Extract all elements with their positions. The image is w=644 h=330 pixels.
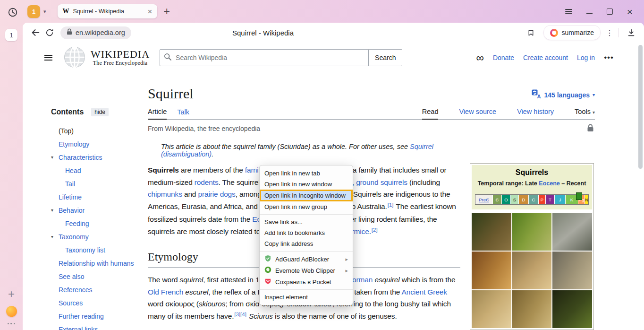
toc-item-taxonomy[interactable]: ▾Taxonomy <box>59 230 148 243</box>
geologic-timescale: PreЄ Є O S D C P T J K Pg <box>475 194 589 205</box>
submenu-arrow-icon: ▸ <box>345 268 348 274</box>
back-icon[interactable] <box>28 26 42 40</box>
browser-window: en.wikipedia.org Squirrel - Wikipedia su… <box>23 23 644 330</box>
toolbar-separator <box>619 28 619 37</box>
downloads-icon[interactable] <box>624 26 638 40</box>
toolbar-more-icon[interactable]: ⋮ <box>606 28 613 37</box>
menu-item-save-to-pocket[interactable]: Сохранить в Pocket <box>260 276 353 287</box>
toc-item-references[interactable]: References <box>59 283 148 296</box>
rail-tab-count[interactable]: 1 <box>5 29 17 41</box>
toc-item-taxonomy-list[interactable]: Taxonomy list <box>59 243 148 257</box>
toc-item-external-links[interactable]: External links <box>59 323 148 330</box>
bookmark-flag-icon[interactable] <box>524 26 538 40</box>
squirrel-photo-grid <box>472 213 592 328</box>
squirrel-photo[interactable] <box>472 290 511 328</box>
reload-icon[interactable] <box>42 26 57 40</box>
tab-article[interactable]: Article <box>148 108 167 120</box>
tab-close-icon[interactable]: × <box>147 8 153 16</box>
address-toolbar: en.wikipedia.org Squirrel - Wikipedia su… <box>23 23 644 43</box>
squirrel-photo[interactable] <box>552 252 592 289</box>
toc-item-etymology[interactable]: Etymology <box>59 138 148 151</box>
squirrel-photo[interactable] <box>552 290 592 328</box>
context-menu: Open link in new tab Open link in new wi… <box>259 165 353 305</box>
menu-item-open-link-new-window[interactable]: Open link in new window <box>260 179 353 190</box>
search-input[interactable] <box>175 53 364 62</box>
toc-item-tail[interactable]: Tail <box>59 177 148 191</box>
address-domain-pill[interactable]: en.wikipedia.org <box>60 26 131 39</box>
article-subtitle: From Wikipedia, the free encyclopedia <box>148 125 595 132</box>
toc-item-see-also[interactable]: See also <box>59 270 148 283</box>
menu-item-copy-link-address[interactable]: Copy link address <box>260 238 353 249</box>
timescale-segment: S <box>511 195 518 204</box>
menu-item-adguard[interactable]: AdGuard AdBlocker ▸ <box>260 253 353 265</box>
toc-item-behavior[interactable]: ▾Behavior <box>59 204 148 217</box>
gpt-summarize-icon <box>550 29 558 37</box>
wikipedia-header: WIKIPEDIA The Free Encyclopedia Search ∞… <box>23 43 644 73</box>
menu-item-save-link-as[interactable]: Save link as... <box>260 217 353 227</box>
toc-item-feeding[interactable]: Feeding <box>59 217 148 230</box>
create-account-link[interactable]: Create account <box>523 54 568 61</box>
wikipedia-wordmark: WIKIPEDIA <box>91 49 150 60</box>
squirrel-photo[interactable] <box>472 252 511 289</box>
chevron-down-icon[interactable]: ▾ <box>51 230 53 243</box>
rail-add-button[interactable]: + <box>8 288 15 300</box>
browser-menu-icon[interactable] <box>565 8 572 15</box>
tab-view-source[interactable]: View source <box>459 108 496 119</box>
header-more-icon[interactable]: ••• <box>604 53 614 62</box>
toc-item-characteristics[interactable]: ▾Characteristics <box>59 151 148 164</box>
infinity-icon[interactable]: ∞ <box>476 52 483 63</box>
menu-item-open-link-new-tab[interactable]: Open link in new tab <box>260 168 353 179</box>
menu-item-inspect-element[interactable]: Inspect element <box>260 292 353 303</box>
squirrel-photo[interactable] <box>512 252 552 289</box>
donate-link[interactable]: Donate <box>493 54 514 61</box>
wikipedia-logo[interactable]: WIKIPEDIA The Free Encyclopedia <box>63 45 150 70</box>
toc-item-top[interactable]: (Top) <box>59 124 148 138</box>
taxobox-title: Squirrels <box>474 168 590 177</box>
evernote-elephant-icon <box>264 266 271 275</box>
squirrel-photo[interactable] <box>552 213 592 251</box>
window-close-button[interactable]: × <box>627 7 633 17</box>
svg-text:A: A <box>537 94 541 99</box>
squirrel-photo[interactable] <box>512 213 552 251</box>
rail-more-icon[interactable] <box>8 323 16 325</box>
page-protection-lock-icon <box>587 124 594 134</box>
toc-item-sources[interactable]: Sources <box>59 296 148 310</box>
tab-tools[interactable]: Tools ▾ <box>575 108 595 119</box>
toc-item-relationship-with-humans[interactable]: Relationship with humans <box>59 257 148 270</box>
menu-item-open-link-new-group[interactable]: Open link in new group <box>260 201 353 212</box>
toc-item-further-reading[interactable]: Further reading <box>59 310 148 323</box>
menu-item-add-link-bookmarks[interactable]: Add link to bookmarks <box>260 227 353 238</box>
summarize-button[interactable]: summarize <box>543 25 601 40</box>
temporal-range-marker <box>576 192 582 200</box>
browser-tab[interactable]: W Squirrel - Wikipedia × <box>58 4 157 18</box>
chevron-down-icon[interactable]: ▾ <box>51 204 53 217</box>
tab-view-history[interactable]: View history <box>517 108 554 119</box>
search-button[interactable]: Search <box>368 49 402 66</box>
menu-item-open-link-incognito-window[interactable]: Open link in Incognito window <box>260 190 353 201</box>
translate-icon: A <box>532 89 541 100</box>
menu-separator <box>260 251 353 252</box>
menu-item-evernote[interactable]: Evernote Web Clipper ▸ <box>260 265 353 276</box>
tab-read[interactable]: Read <box>422 108 439 120</box>
rail-assistant-icon[interactable] <box>6 306 17 317</box>
tab-talk[interactable]: Talk <box>177 108 189 119</box>
wiki-menu-icon[interactable] <box>44 53 52 62</box>
log-in-link[interactable]: Log in <box>577 54 595 61</box>
toc-hide-button[interactable]: hide <box>91 108 109 116</box>
tab-group-button[interactable]: 1 <box>27 5 40 18</box>
squirrel-photo[interactable] <box>512 290 552 328</box>
maximize-button[interactable] <box>607 9 613 15</box>
chevron-down-icon[interactable]: ▾ <box>51 151 53 164</box>
squirrel-photo[interactable] <box>472 213 511 251</box>
new-tab-button[interactable]: + <box>164 6 170 17</box>
minimize-button[interactable] <box>586 13 593 14</box>
languages-button[interactable]: A 145 languages ▾ <box>532 89 595 102</box>
table-of-contents: Contents hide (Top) Etymology ▾Character… <box>42 73 148 330</box>
history-clock-icon[interactable] <box>8 3 18 19</box>
timescale-segment[interactable]: PreЄ <box>475 195 492 204</box>
tab-group-chevron-icon[interactable]: ▾ <box>43 9 46 15</box>
toc-item-head[interactable]: Head <box>59 164 148 177</box>
page-scrollbar-thumb[interactable] <box>638 45 643 169</box>
toc-item-lifetime[interactable]: Lifetime <box>59 191 148 204</box>
taxobox: Squirrels Temporal range: Late Eocene – … <box>470 163 594 330</box>
